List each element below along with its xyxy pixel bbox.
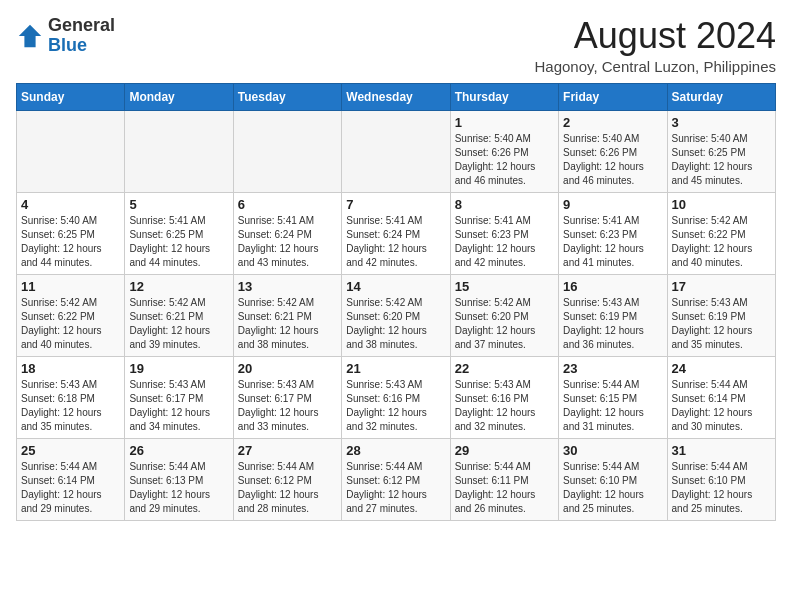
logo-icon xyxy=(16,22,44,50)
day-number: 5 xyxy=(129,197,228,212)
day-info: Sunrise: 5:44 AM Sunset: 6:14 PM Dayligh… xyxy=(672,378,771,434)
day-number: 28 xyxy=(346,443,445,458)
calendar-cell: 31Sunrise: 5:44 AM Sunset: 6:10 PM Dayli… xyxy=(667,438,775,520)
day-number: 29 xyxy=(455,443,554,458)
day-number: 3 xyxy=(672,115,771,130)
day-info: Sunrise: 5:44 AM Sunset: 6:14 PM Dayligh… xyxy=(21,460,120,516)
calendar-cell: 6Sunrise: 5:41 AM Sunset: 6:24 PM Daylig… xyxy=(233,192,341,274)
day-number: 18 xyxy=(21,361,120,376)
calendar-body: 1Sunrise: 5:40 AM Sunset: 6:26 PM Daylig… xyxy=(17,110,776,520)
day-info: Sunrise: 5:42 AM Sunset: 6:20 PM Dayligh… xyxy=(455,296,554,352)
calendar-cell xyxy=(233,110,341,192)
day-number: 21 xyxy=(346,361,445,376)
day-info: Sunrise: 5:44 AM Sunset: 6:10 PM Dayligh… xyxy=(563,460,662,516)
day-number: 11 xyxy=(21,279,120,294)
calendar-cell: 14Sunrise: 5:42 AM Sunset: 6:20 PM Dayli… xyxy=(342,274,450,356)
logo: General Blue xyxy=(16,16,115,56)
calendar-cell: 20Sunrise: 5:43 AM Sunset: 6:17 PM Dayli… xyxy=(233,356,341,438)
calendar-week-row: 25Sunrise: 5:44 AM Sunset: 6:14 PM Dayli… xyxy=(17,438,776,520)
calendar-cell: 3Sunrise: 5:40 AM Sunset: 6:25 PM Daylig… xyxy=(667,110,775,192)
day-info: Sunrise: 5:40 AM Sunset: 6:26 PM Dayligh… xyxy=(563,132,662,188)
day-number: 14 xyxy=(346,279,445,294)
main-title: August 2024 xyxy=(534,16,776,56)
calendar-cell: 24Sunrise: 5:44 AM Sunset: 6:14 PM Dayli… xyxy=(667,356,775,438)
svg-marker-0 xyxy=(19,25,41,47)
day-number: 7 xyxy=(346,197,445,212)
day-of-week-header: Thursday xyxy=(450,83,558,110)
day-number: 2 xyxy=(563,115,662,130)
calendar-cell: 11Sunrise: 5:42 AM Sunset: 6:22 PM Dayli… xyxy=(17,274,125,356)
calendar-cell: 12Sunrise: 5:42 AM Sunset: 6:21 PM Dayli… xyxy=(125,274,233,356)
day-info: Sunrise: 5:44 AM Sunset: 6:11 PM Dayligh… xyxy=(455,460,554,516)
calendar-cell: 15Sunrise: 5:42 AM Sunset: 6:20 PM Dayli… xyxy=(450,274,558,356)
calendar-cell: 17Sunrise: 5:43 AM Sunset: 6:19 PM Dayli… xyxy=(667,274,775,356)
day-info: Sunrise: 5:41 AM Sunset: 6:23 PM Dayligh… xyxy=(455,214,554,270)
calendar-cell: 25Sunrise: 5:44 AM Sunset: 6:14 PM Dayli… xyxy=(17,438,125,520)
calendar-cell: 2Sunrise: 5:40 AM Sunset: 6:26 PM Daylig… xyxy=(559,110,667,192)
logo-text: General Blue xyxy=(48,16,115,56)
day-info: Sunrise: 5:41 AM Sunset: 6:24 PM Dayligh… xyxy=(346,214,445,270)
day-number: 20 xyxy=(238,361,337,376)
calendar-cell: 4Sunrise: 5:40 AM Sunset: 6:25 PM Daylig… xyxy=(17,192,125,274)
calendar-cell: 26Sunrise: 5:44 AM Sunset: 6:13 PM Dayli… xyxy=(125,438,233,520)
calendar-cell: 22Sunrise: 5:43 AM Sunset: 6:16 PM Dayli… xyxy=(450,356,558,438)
calendar-cell: 16Sunrise: 5:43 AM Sunset: 6:19 PM Dayli… xyxy=(559,274,667,356)
day-of-week-header: Monday xyxy=(125,83,233,110)
day-info: Sunrise: 5:43 AM Sunset: 6:19 PM Dayligh… xyxy=(672,296,771,352)
day-info: Sunrise: 5:43 AM Sunset: 6:16 PM Dayligh… xyxy=(346,378,445,434)
day-of-week-header: Wednesday xyxy=(342,83,450,110)
day-of-week-header: Sunday xyxy=(17,83,125,110)
day-of-week-header: Saturday xyxy=(667,83,775,110)
day-number: 22 xyxy=(455,361,554,376)
day-info: Sunrise: 5:44 AM Sunset: 6:13 PM Dayligh… xyxy=(129,460,228,516)
day-info: Sunrise: 5:42 AM Sunset: 6:20 PM Dayligh… xyxy=(346,296,445,352)
calendar-cell xyxy=(17,110,125,192)
calendar-table: SundayMondayTuesdayWednesdayThursdayFrid… xyxy=(16,83,776,521)
calendar-cell: 23Sunrise: 5:44 AM Sunset: 6:15 PM Dayli… xyxy=(559,356,667,438)
calendar-cell: 30Sunrise: 5:44 AM Sunset: 6:10 PM Dayli… xyxy=(559,438,667,520)
day-info: Sunrise: 5:44 AM Sunset: 6:15 PM Dayligh… xyxy=(563,378,662,434)
day-info: Sunrise: 5:43 AM Sunset: 6:17 PM Dayligh… xyxy=(238,378,337,434)
calendar-cell: 10Sunrise: 5:42 AM Sunset: 6:22 PM Dayli… xyxy=(667,192,775,274)
day-number: 30 xyxy=(563,443,662,458)
day-number: 12 xyxy=(129,279,228,294)
day-info: Sunrise: 5:44 AM Sunset: 6:12 PM Dayligh… xyxy=(346,460,445,516)
day-number: 9 xyxy=(563,197,662,212)
calendar-cell: 19Sunrise: 5:43 AM Sunset: 6:17 PM Dayli… xyxy=(125,356,233,438)
day-info: Sunrise: 5:44 AM Sunset: 6:10 PM Dayligh… xyxy=(672,460,771,516)
calendar-cell: 9Sunrise: 5:41 AM Sunset: 6:23 PM Daylig… xyxy=(559,192,667,274)
day-of-week-header: Tuesday xyxy=(233,83,341,110)
calendar-cell: 18Sunrise: 5:43 AM Sunset: 6:18 PM Dayli… xyxy=(17,356,125,438)
day-number: 4 xyxy=(21,197,120,212)
calendar-cell: 13Sunrise: 5:42 AM Sunset: 6:21 PM Dayli… xyxy=(233,274,341,356)
day-info: Sunrise: 5:42 AM Sunset: 6:21 PM Dayligh… xyxy=(238,296,337,352)
calendar-cell: 1Sunrise: 5:40 AM Sunset: 6:26 PM Daylig… xyxy=(450,110,558,192)
calendar-week-row: 11Sunrise: 5:42 AM Sunset: 6:22 PM Dayli… xyxy=(17,274,776,356)
day-number: 24 xyxy=(672,361,771,376)
day-of-week-header: Friday xyxy=(559,83,667,110)
day-number: 31 xyxy=(672,443,771,458)
day-number: 19 xyxy=(129,361,228,376)
calendar-header-row: SundayMondayTuesdayWednesdayThursdayFrid… xyxy=(17,83,776,110)
title-block: August 2024 Hagonoy, Central Luzon, Phil… xyxy=(534,16,776,75)
header: General Blue August 2024 Hagonoy, Centra… xyxy=(16,16,776,75)
calendar-cell: 28Sunrise: 5:44 AM Sunset: 6:12 PM Dayli… xyxy=(342,438,450,520)
day-number: 1 xyxy=(455,115,554,130)
subtitle: Hagonoy, Central Luzon, Philippines xyxy=(534,58,776,75)
calendar-week-row: 18Sunrise: 5:43 AM Sunset: 6:18 PM Dayli… xyxy=(17,356,776,438)
day-number: 15 xyxy=(455,279,554,294)
day-number: 8 xyxy=(455,197,554,212)
day-info: Sunrise: 5:43 AM Sunset: 6:18 PM Dayligh… xyxy=(21,378,120,434)
calendar-cell: 7Sunrise: 5:41 AM Sunset: 6:24 PM Daylig… xyxy=(342,192,450,274)
day-number: 26 xyxy=(129,443,228,458)
day-info: Sunrise: 5:41 AM Sunset: 6:24 PM Dayligh… xyxy=(238,214,337,270)
calendar-cell: 29Sunrise: 5:44 AM Sunset: 6:11 PM Dayli… xyxy=(450,438,558,520)
day-info: Sunrise: 5:42 AM Sunset: 6:21 PM Dayligh… xyxy=(129,296,228,352)
day-info: Sunrise: 5:42 AM Sunset: 6:22 PM Dayligh… xyxy=(672,214,771,270)
day-number: 27 xyxy=(238,443,337,458)
day-info: Sunrise: 5:44 AM Sunset: 6:12 PM Dayligh… xyxy=(238,460,337,516)
day-info: Sunrise: 5:43 AM Sunset: 6:17 PM Dayligh… xyxy=(129,378,228,434)
calendar-cell xyxy=(125,110,233,192)
calendar-cell: 5Sunrise: 5:41 AM Sunset: 6:25 PM Daylig… xyxy=(125,192,233,274)
calendar-week-row: 4Sunrise: 5:40 AM Sunset: 6:25 PM Daylig… xyxy=(17,192,776,274)
